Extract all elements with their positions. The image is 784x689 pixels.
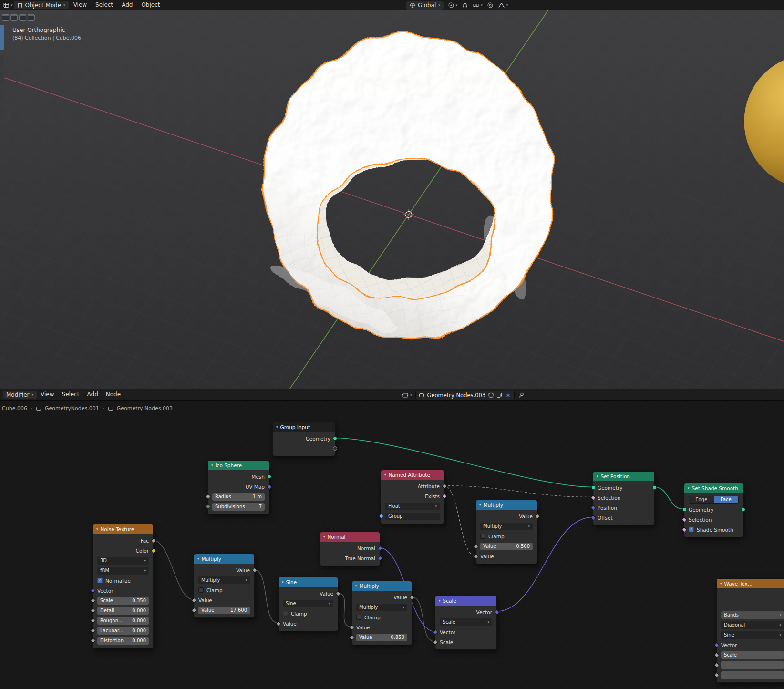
node-multiply_c[interactable]: ▾MultiplyValueMultiply▾ClampValueValue0.… bbox=[351, 581, 412, 645]
breadcrumb-node-tree[interactable]: Geometry Nodes.003 bbox=[117, 405, 173, 411]
checkbox[interactable]: Clamp bbox=[198, 587, 223, 593]
node-ico_sphere[interactable]: ▾Ico SphereMeshUV MapRadius1 mSubdivisio… bbox=[207, 460, 269, 514]
menu-select[interactable]: Select bbox=[92, 0, 117, 10]
node-tree-type-dropdown[interactable]: Modifier ▾ bbox=[3, 391, 37, 399]
node-set_position[interactable]: ▾Set PositionGeometrySelectionPositionOf… bbox=[593, 471, 655, 525]
layout-icon[interactable] bbox=[10, 14, 18, 21]
dropdown[interactable]: Float▾ bbox=[385, 503, 440, 510]
socket[interactable] bbox=[349, 635, 354, 640]
checkbox-box[interactable] bbox=[283, 611, 288, 616]
socket[interactable] bbox=[206, 494, 210, 499]
node-header[interactable]: ▾Ico Sphere bbox=[208, 461, 269, 470]
fake-user-shield-icon[interactable] bbox=[488, 392, 494, 398]
pin-icon[interactable] bbox=[518, 392, 525, 399]
menu-select[interactable]: Select bbox=[58, 390, 83, 400]
dropdown[interactable]: Sine▾ bbox=[721, 631, 784, 639]
number-field[interactable] bbox=[721, 671, 784, 679]
dropdown[interactable]: Bands▾ bbox=[721, 611, 784, 619]
browse-node-tree-button[interactable]: ▾ bbox=[402, 392, 412, 399]
collapse-icon[interactable]: ▾ bbox=[323, 535, 325, 539]
collapse-icon[interactable]: ▾ bbox=[282, 580, 284, 584]
socket[interactable] bbox=[151, 538, 156, 543]
menu-view[interactable]: View bbox=[70, 0, 91, 10]
proportional-falloff-dropdown[interactable]: ▾ bbox=[498, 2, 508, 9]
socket[interactable] bbox=[151, 548, 156, 553]
node-wave_texture[interactable]: ▾Wave Tex...Bands▾Diagonal▾Sine▾VectorSc… bbox=[716, 578, 784, 683]
menu-object[interactable]: Object bbox=[137, 0, 164, 10]
socket[interactable] bbox=[206, 504, 210, 509]
checkbox[interactable]: Clamp bbox=[283, 611, 307, 617]
editor-type-button[interactable]: ▾ bbox=[3, 2, 13, 9]
node-header[interactable]: ▾Scale bbox=[435, 596, 496, 606]
toggle-option[interactable]: Edge bbox=[689, 496, 714, 503]
socket[interactable] bbox=[682, 507, 687, 512]
number-field[interactable]: Scale0.350 bbox=[97, 597, 149, 605]
socket[interactable] bbox=[473, 544, 478, 549]
checkbox-box[interactable] bbox=[198, 587, 204, 593]
socket[interactable] bbox=[191, 597, 196, 603]
proportional-editing-toggle[interactable] bbox=[487, 2, 494, 9]
dropdown[interactable]: Sine▾ bbox=[283, 600, 333, 607]
number-field[interactable]: Subdivisions7 bbox=[212, 503, 265, 511]
socket[interactable] bbox=[267, 484, 272, 489]
node-header[interactable]: ▾Group Input bbox=[273, 422, 335, 432]
breadcrumb-object[interactable]: Cube.006 bbox=[2, 405, 27, 411]
node-header[interactable]: ▾Set Position bbox=[593, 472, 654, 481]
node-header[interactable]: ▾Wave Tex... bbox=[717, 579, 784, 588]
socket[interactable] bbox=[591, 485, 596, 490]
checkbox[interactable]: ✓Shade Smooth bbox=[689, 527, 733, 533]
socket[interactable] bbox=[333, 446, 337, 451]
number-field[interactable]: Value0.850 bbox=[356, 634, 407, 641]
checkbox[interactable]: Clamp bbox=[480, 534, 505, 539]
tool-button[interactable] bbox=[0, 55, 4, 67]
checkbox-box[interactable] bbox=[356, 615, 361, 620]
socket[interactable] bbox=[90, 598, 95, 603]
collapse-icon[interactable]: ▾ bbox=[211, 463, 213, 467]
socket[interactable] bbox=[90, 628, 95, 633]
3d-viewport[interactable]: User Orthographic (84) Collection | Cube… bbox=[0, 10, 784, 389]
socket[interactable] bbox=[442, 494, 447, 499]
number-field[interactable]: Roughn...0.000 bbox=[97, 617, 149, 625]
dropdown[interactable]: fBM▾ bbox=[97, 567, 149, 575]
socket[interactable] bbox=[409, 595, 414, 600]
socket[interactable] bbox=[276, 621, 281, 626]
socket[interactable] bbox=[681, 527, 687, 532]
dropdown[interactable]: Multiply▾ bbox=[480, 523, 533, 530]
dropdown[interactable]: Scale▾ bbox=[440, 618, 492, 626]
collapse-icon[interactable]: ▾ bbox=[355, 584, 357, 588]
socket[interactable] bbox=[535, 514, 540, 519]
dropdown[interactable]: Multiply▾ bbox=[356, 604, 407, 611]
node-header[interactable]: ▾Sine bbox=[279, 577, 338, 587]
socket[interactable] bbox=[433, 639, 438, 645]
layout-icon[interactable] bbox=[19, 14, 26, 21]
collapse-icon[interactable]: ▾ bbox=[597, 474, 598, 478]
transform-orientation-dropdown[interactable]: Global ▾ bbox=[406, 1, 444, 10]
socket[interactable] bbox=[714, 652, 719, 658]
node-named_attribute[interactable]: ▾Named AttributeAttributeExistsFloat▾Gro… bbox=[381, 470, 444, 524]
snap-toggle[interactable] bbox=[462, 2, 468, 9]
socket[interactable] bbox=[349, 625, 354, 630]
collapse-icon[interactable]: ▾ bbox=[96, 527, 98, 531]
copy-users-icon[interactable] bbox=[496, 392, 502, 398]
collapse-icon[interactable]: ▾ bbox=[688, 486, 690, 490]
socket[interactable] bbox=[681, 517, 687, 522]
node-header[interactable]: ▾Multiply bbox=[476, 500, 537, 510]
socket[interactable] bbox=[267, 474, 271, 479]
tool-button[interactable] bbox=[0, 72, 4, 84]
collapse-icon[interactable]: ▾ bbox=[384, 473, 386, 477]
menu-add[interactable]: Add bbox=[118, 0, 136, 10]
node-header[interactable]: ▾Multiply bbox=[352, 581, 412, 591]
checkbox[interactable]: ✓Normalize bbox=[97, 578, 131, 584]
socket[interactable] bbox=[333, 436, 337, 441]
socket[interactable] bbox=[714, 662, 719, 668]
socket[interactable] bbox=[191, 607, 196, 613]
tool-button[interactable] bbox=[0, 107, 4, 118]
socket[interactable] bbox=[442, 483, 447, 489]
socket[interactable] bbox=[377, 555, 382, 561]
socket[interactable] bbox=[335, 591, 340, 596]
pivot-point-dropdown[interactable]: ▾ bbox=[448, 2, 458, 9]
text-field[interactable]: Group bbox=[385, 513, 440, 520]
socket[interactable] bbox=[652, 485, 657, 490]
menu-add[interactable]: Add bbox=[83, 390, 102, 400]
socket[interactable] bbox=[90, 638, 95, 643]
